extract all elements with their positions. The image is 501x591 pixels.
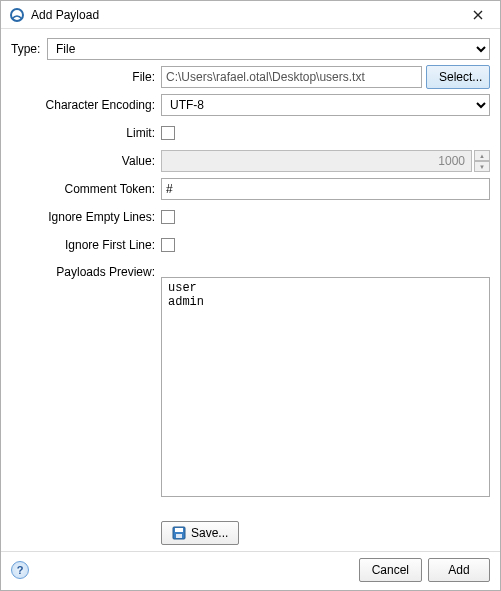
type-select[interactable]: File: [47, 38, 490, 60]
window-title: Add Payload: [31, 8, 464, 22]
ignore-empty-checkbox[interactable]: [161, 210, 175, 224]
add-button[interactable]: Add: [428, 558, 490, 582]
value-label: Value:: [11, 150, 161, 172]
app-icon: [9, 7, 25, 23]
titlebar: Add Payload: [1, 1, 500, 29]
close-icon: [473, 10, 483, 20]
value-spinner: ▲ ▼: [161, 150, 490, 172]
svg-rect-3: [176, 534, 182, 538]
limit-label: Limit:: [11, 122, 161, 144]
save-icon: [172, 526, 186, 540]
value-spinner-down: ▼: [474, 161, 490, 172]
encoding-select[interactable]: UTF-8: [161, 94, 490, 116]
ignore-first-label: Ignore First Line:: [11, 234, 161, 256]
value-input: [161, 150, 472, 172]
comment-token-input[interactable]: [161, 178, 490, 200]
save-button[interactable]: Save...: [161, 521, 239, 545]
svg-rect-2: [175, 528, 183, 532]
type-label: Type:: [11, 42, 47, 56]
save-button-label: Save...: [191, 526, 228, 540]
cancel-button[interactable]: Cancel: [359, 558, 422, 582]
ignore-first-checkbox[interactable]: [161, 238, 175, 252]
limit-checkbox[interactable]: [161, 126, 175, 140]
file-path-input[interactable]: [161, 66, 422, 88]
value-spinner-up: ▲: [474, 150, 490, 161]
close-button[interactable]: [464, 4, 492, 26]
payloads-preview[interactable]: user admin: [161, 277, 490, 497]
help-icon: ?: [17, 564, 24, 576]
dialog-footer: ? Cancel Add: [1, 551, 500, 590]
comment-token-label: Comment Token:: [11, 178, 161, 200]
add-payload-dialog: Add Payload Type: File File: Select... C…: [0, 0, 501, 591]
ignore-empty-label: Ignore Empty Lines:: [11, 206, 161, 228]
select-file-button[interactable]: Select...: [426, 65, 490, 89]
file-label: File:: [11, 66, 161, 88]
encoding-label: Character Encoding:: [11, 94, 161, 116]
dialog-body: Type: File File: Select... Character Enc…: [1, 29, 500, 551]
help-button[interactable]: ?: [11, 561, 29, 579]
preview-label: Payloads Preview:: [11, 261, 161, 283]
